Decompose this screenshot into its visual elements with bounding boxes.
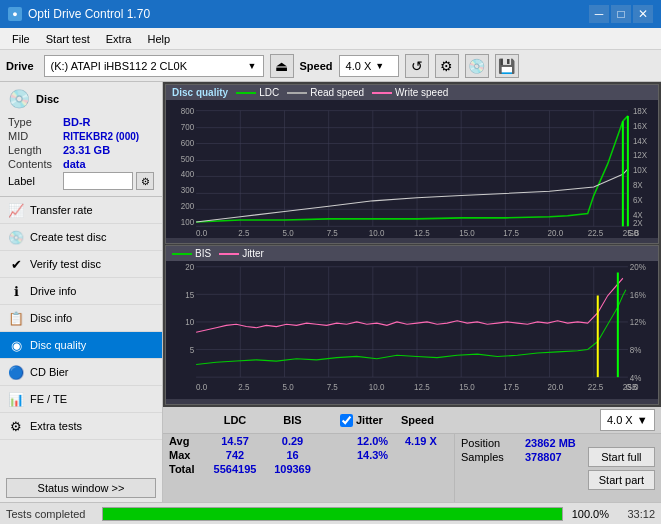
status-window-button[interactable]: Status window >> (6, 478, 156, 498)
drive-dropdown[interactable]: (K:) ATAPI iHBS112 2 CL0K ▼ (44, 55, 264, 77)
nav-extra-tests[interactable]: ⚙ Extra tests (0, 413, 162, 440)
type-label: Type (8, 116, 63, 128)
samples-label: Samples (461, 451, 521, 463)
stats-panel: LDC BIS Jitter Speed 4.0 X ▼ (163, 407, 661, 502)
close-button[interactable]: ✕ (633, 5, 653, 23)
position-value: 23862 MB (525, 437, 576, 449)
max-label: Max (169, 449, 205, 461)
max-row: Max 742 16 14.3% (163, 448, 454, 462)
transfer-rate-icon: 📈 (8, 202, 24, 218)
nav-fe-te[interactable]: 📊 FE / TE (0, 386, 162, 413)
progress-time: 33:12 (615, 508, 655, 520)
menubar: File Start test Extra Help (0, 28, 661, 50)
svg-text:5: 5 (190, 344, 195, 355)
svg-text:2.5: 2.5 (238, 381, 249, 392)
drive-chevron-icon: ▼ (248, 61, 257, 71)
mid-value: RITEKBR2 (000) (63, 131, 154, 142)
avg-jitter: 12.0% (340, 435, 405, 447)
speed-dropdown[interactable]: 4.0 X ▼ (339, 55, 399, 77)
menu-file[interactable]: File (4, 31, 38, 47)
nav-drive-info-label: Drive info (30, 285, 76, 297)
menu-extra[interactable]: Extra (98, 31, 140, 47)
svg-text:2.5: 2.5 (238, 229, 250, 238)
speed-chevron-icon: ▼ (375, 61, 384, 71)
svg-text:100: 100 (181, 218, 195, 227)
stats-right: Position 23862 MB Samples 378807 (454, 434, 582, 502)
col-bis: BIS (265, 414, 320, 426)
svg-text:GB: GB (628, 229, 640, 238)
nav-cd-bier[interactable]: 🔵 CD Bier (0, 359, 162, 386)
nav-transfer-rate[interactable]: 📈 Transfer rate (0, 197, 162, 224)
menu-start-test[interactable]: Start test (38, 31, 98, 47)
legend-bis: BIS (172, 248, 211, 259)
refresh-button[interactable]: ↺ (405, 54, 429, 78)
length-value: 23.31 GB (63, 144, 154, 156)
verify-disc-icon: ✔ (8, 256, 24, 272)
stats-header-row: LDC BIS Jitter Speed 4.0 X ▼ (163, 407, 661, 434)
extra-tests-icon: ⚙ (8, 418, 24, 434)
svg-text:5.0: 5.0 (282, 229, 294, 238)
svg-text:2X: 2X (633, 219, 643, 228)
svg-text:7.5: 7.5 (327, 381, 338, 392)
disc-panel: 💿 Disc Type BD-R MID RITEKBR2 (000) Leng… (0, 82, 162, 197)
disc-contents-row: Contents data (8, 158, 154, 170)
total-ldc: 5564195 (205, 463, 265, 475)
disc-icon: 💿 (8, 88, 30, 110)
max-ldc: 742 (205, 449, 265, 461)
nav-extra-tests-label: Extra tests (30, 420, 82, 432)
bis-label: BIS (195, 248, 211, 259)
svg-text:20%: 20% (630, 262, 646, 273)
progress-bar-inner (103, 508, 562, 520)
nav-drive-info[interactable]: ℹ Drive info (0, 278, 162, 305)
svg-text:0.0: 0.0 (196, 229, 208, 238)
progress-pct: 100.0% (569, 508, 609, 520)
nav-disc-info[interactable]: 📋 Disc info (0, 305, 162, 332)
jitter-checkbox[interactable] (340, 414, 353, 427)
max-jitter: 14.3% (340, 449, 405, 461)
start-part-button[interactable]: Start part (588, 470, 655, 490)
settings-button[interactable]: ⚙ (435, 54, 459, 78)
progress-bar-outer (102, 507, 563, 521)
start-full-button[interactable]: Start full (588, 447, 655, 467)
chart1-svg: 800 700 600 500 400 300 200 100 18X 16X … (166, 100, 658, 238)
stats-speed-dropdown[interactable]: 4.0 X ▼ (600, 409, 655, 431)
svg-text:14X: 14X (633, 136, 648, 145)
chart2-body: 20 15 10 5 20% 16% 12% 8% 4% 0.0 2.5 5.0 (166, 261, 658, 399)
eject-button[interactable]: ⏏ (270, 54, 294, 78)
sidebar: 💿 Disc Type BD-R MID RITEKBR2 (000) Leng… (0, 82, 163, 502)
titlebar-controls[interactable]: ─ □ ✕ (589, 5, 653, 23)
avg-row: Avg 14.57 0.29 12.0% 4.19 X (163, 434, 454, 448)
save-button[interactable]: 💾 (495, 54, 519, 78)
legend-write-speed: Write speed (372, 87, 448, 98)
max-bis: 16 (265, 449, 320, 461)
disc-title: Disc (36, 93, 59, 105)
svg-text:16%: 16% (630, 289, 646, 300)
menu-help[interactable]: Help (139, 31, 178, 47)
svg-text:8X: 8X (633, 181, 643, 190)
legend-read-speed: Read speed (287, 87, 364, 98)
nav-disc-quality-label: Disc quality (30, 339, 86, 351)
nav-verify-test-disc[interactable]: ✔ Verify test disc (0, 251, 162, 278)
label-input[interactable] (63, 172, 133, 190)
svg-text:800: 800 (181, 107, 195, 116)
nav-disc-info-label: Disc info (30, 312, 72, 324)
disc-header: 💿 Disc (8, 88, 154, 110)
maximize-button[interactable]: □ (611, 5, 631, 23)
disc-button[interactable]: 💿 (465, 54, 489, 78)
minimize-button[interactable]: ─ (589, 5, 609, 23)
svg-text:700: 700 (181, 123, 195, 132)
nav-create-test-disc[interactable]: 💿 Create test disc (0, 224, 162, 251)
col-ldc: LDC (205, 414, 265, 426)
svg-text:600: 600 (181, 138, 195, 147)
drive-toolbar: Drive (K:) ATAPI iHBS112 2 CL0K ▼ ⏏ Spee… (0, 50, 661, 82)
svg-text:20.0: 20.0 (548, 229, 564, 238)
avg-ldc: 14.57 (205, 435, 265, 447)
mid-label: MID (8, 130, 63, 142)
nav-disc-quality[interactable]: ◉ Disc quality (0, 332, 162, 359)
svg-text:22.5: 22.5 (588, 229, 604, 238)
svg-text:20: 20 (185, 262, 194, 273)
label-browse-button[interactable]: ⚙ (136, 172, 154, 190)
svg-text:500: 500 (181, 154, 195, 163)
svg-text:400: 400 (181, 170, 195, 179)
nav-create-disc-label: Create test disc (30, 231, 106, 243)
